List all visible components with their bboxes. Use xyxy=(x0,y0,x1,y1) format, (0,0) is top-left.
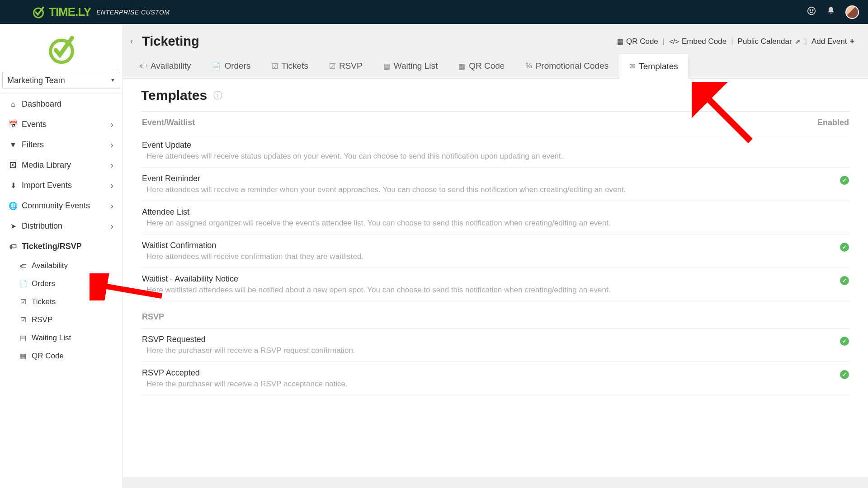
info-icon[interactable]: ⓘ xyxy=(213,89,222,102)
sidebar-label: Events xyxy=(22,120,47,129)
subnav-qr[interactable]: ▦QR Code xyxy=(0,347,123,365)
template-row[interactable]: RSVP AcceptedHere the purchaser will rec… xyxy=(141,362,850,395)
tab-label: QR Code xyxy=(469,61,505,71)
subnav-label: Tickets xyxy=(32,297,56,306)
tab-waiting[interactable]: ▤Waiting List xyxy=(373,53,448,78)
team-select-wrap: Marketing Team xyxy=(0,72,123,94)
subnav-tickets[interactable]: ☑Tickets xyxy=(0,293,123,311)
send-icon: ➤ xyxy=(8,222,18,230)
subnav-label: Orders xyxy=(32,279,55,288)
back-button[interactable]: ‹ xyxy=(127,37,136,46)
template-info: Waitlist - Availability NoticeHere waitl… xyxy=(142,274,840,295)
download-icon: ⬇ xyxy=(8,181,18,190)
sidebar-label: Import Events xyxy=(22,181,72,190)
sidebar-item-dashboard[interactable]: ⌂Dashboard xyxy=(0,94,123,114)
enabled-check-icon: ✓ xyxy=(840,337,849,346)
tab-label: Availability xyxy=(151,61,191,71)
template-row[interactable]: Waitlist - Availability NoticeHere waitl… xyxy=(141,268,850,301)
image-icon: 🖼 xyxy=(8,161,18,169)
template-row[interactable]: RSVP RequestedHere the purchaser will re… xyxy=(141,328,850,362)
header-link-embed[interactable]: </>Embed Code xyxy=(669,37,726,46)
section-header-rsvp: RSVP xyxy=(141,301,850,328)
calendar-icon: 📅 xyxy=(8,120,18,129)
svg-point-3 xyxy=(812,9,813,10)
section-title: RSVP xyxy=(142,312,164,321)
brand-name: TIME.LY xyxy=(49,5,91,19)
tab-promo[interactable]: %Promotional Codes xyxy=(515,53,619,78)
list-icon: ▤ xyxy=(383,62,390,70)
team-select[interactable]: Marketing Team xyxy=(2,72,120,89)
tab-rsvp[interactable]: ☑RSVP xyxy=(319,53,373,78)
sidebar-item-ticketing[interactable]: 🏷Ticketing/RSVP xyxy=(0,236,123,257)
check-icon: ☑ xyxy=(18,316,28,324)
globe-icon: 🌐 xyxy=(8,202,18,210)
tab-availability[interactable]: 🏷Availability xyxy=(129,53,201,78)
link-label: Public Calendar xyxy=(738,37,792,46)
sidebar-item-import[interactable]: ⬇Import Events xyxy=(0,175,123,196)
support-icon[interactable] xyxy=(807,6,816,18)
tab-templates[interactable]: ✉Templates xyxy=(619,53,689,79)
file-icon: 📄 xyxy=(18,280,28,288)
qr-icon: ▦ xyxy=(617,38,623,46)
subnav-waiting[interactable]: ▤Waiting List xyxy=(0,329,123,347)
main: ‹ Ticketing ▦QR Code | </>Embed Code | P… xyxy=(123,24,868,488)
template-row[interactable]: Waitlist ConfirmationHere attendees will… xyxy=(141,235,850,268)
template-info: RSVP RequestedHere the purchaser will re… xyxy=(142,335,840,355)
ticket-icon: 🏷 xyxy=(140,62,147,70)
sidebar-logo xyxy=(0,24,123,72)
header-link-qr[interactable]: ▦QR Code xyxy=(617,37,658,46)
template-info: Event ReminderHere attendees will receiv… xyxy=(142,174,840,194)
check-icon: ☑ xyxy=(18,298,28,306)
template-name: RSVP Accepted xyxy=(142,368,840,378)
tab-label: Templates xyxy=(639,61,678,71)
template-row[interactable]: Attendee ListHere an assigned organizer … xyxy=(141,201,850,235)
sidebar-item-media[interactable]: 🖼Media Library xyxy=(0,155,123,175)
check-icon: ☑ xyxy=(329,62,335,70)
template-name: Waitlist Confirmation xyxy=(142,241,840,250)
link-label: Add Event xyxy=(811,37,847,46)
sidebar-item-events[interactable]: 📅Events xyxy=(0,114,123,135)
bell-icon[interactable] xyxy=(826,6,835,18)
sidebar-label: Distribution xyxy=(22,221,62,231)
page-header-right: ▦QR Code | </>Embed Code | Public Calend… xyxy=(617,37,854,46)
link-label: Embed Code xyxy=(682,37,726,46)
ticket-icon: 🏷 xyxy=(8,243,18,251)
sidebar-label: Ticketing/RSVP xyxy=(22,242,82,251)
sidebar-item-community[interactable]: 🌐Community Events xyxy=(0,196,123,216)
sidebar-item-filters[interactable]: ▼Filters xyxy=(0,135,123,155)
header-link-public[interactable]: Public Calendar⇗ xyxy=(738,37,801,46)
external-icon: ⇗ xyxy=(795,38,801,46)
template-description: Here waitlisted attendees will be notifi… xyxy=(142,286,840,295)
mail-icon: ✉ xyxy=(629,62,635,70)
subnav-label: RSVP xyxy=(32,315,52,324)
sidebar-item-distribution[interactable]: ➤Distribution xyxy=(0,216,123,236)
template-name: Event Update xyxy=(142,141,849,150)
tab-label: Tickets xyxy=(282,61,308,71)
check-icon: ☑ xyxy=(272,62,278,70)
template-row[interactable]: Event ReminderHere attendees will receiv… xyxy=(141,168,850,201)
list-icon: ▤ xyxy=(18,334,28,342)
subnav-orders[interactable]: 📄Orders xyxy=(0,275,123,293)
template-description: Here an assigned organizer will receive … xyxy=(142,219,849,228)
panel-title: Templates xyxy=(141,88,207,103)
subnav-rsvp[interactable]: ☑RSVP xyxy=(0,311,123,329)
link-label: QR Code xyxy=(626,37,658,46)
tab-tickets[interactable]: ☑Tickets xyxy=(261,53,319,78)
subnav-availability[interactable]: 🏷Availability xyxy=(0,257,123,275)
separator: | xyxy=(805,37,807,46)
subnav-label: QR Code xyxy=(32,352,64,361)
qr-icon: ▦ xyxy=(458,62,465,70)
tab-label: Waiting List xyxy=(394,61,438,71)
template-description: Here attendees will receive confirmation… xyxy=(142,252,840,261)
template-name: Attendee List xyxy=(142,207,849,217)
header-link-add[interactable]: Add Event+ xyxy=(811,37,854,46)
tab-qr[interactable]: ▦QR Code xyxy=(448,53,515,78)
templates-panel: Templates ⓘ Event/Waitlist Enabled Event… xyxy=(123,79,868,477)
brand-logo-area: TIME.LY ENTERPRISE CUSTOM xyxy=(32,5,170,19)
template-row[interactable]: Event UpdateHere attendees will receive … xyxy=(141,134,850,168)
enabled-check-icon: ✓ xyxy=(840,176,849,185)
tab-orders[interactable]: 📄Orders xyxy=(201,53,261,78)
user-avatar[interactable] xyxy=(845,5,859,19)
enabled-check-icon: ✓ xyxy=(840,370,849,379)
tabs: 🏷Availability 📄Orders ☑Tickets ☑RSVP ▤Wa… xyxy=(123,53,868,79)
